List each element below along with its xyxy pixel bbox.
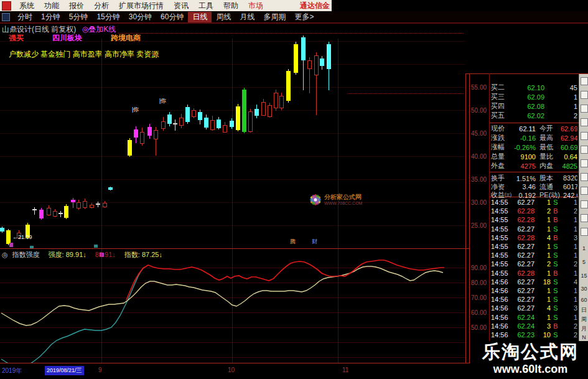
tick-row: 14:5662.241S1 <box>491 313 577 322</box>
tick-price: 62.28 <box>511 207 534 215</box>
chart-right-border-2 <box>469 73 470 363</box>
candle <box>71 200 75 202</box>
bid-price: 62.02 <box>512 112 544 119</box>
tick-row: 14:5562.271S1 <box>491 225 577 233</box>
tool-icon[interactable] <box>581 228 588 236</box>
dotted-gridline <box>118 33 464 34</box>
tick-price: 62.27 <box>511 251 534 259</box>
stat-value: 4825 <box>561 162 577 170</box>
tool-icon[interactable] <box>581 214 588 222</box>
tick-volume: 1 <box>534 243 551 250</box>
gridline <box>0 41 465 42</box>
candle-wick <box>175 119 175 131</box>
quote-panel-top-border <box>465 73 588 74</box>
tick-row: 14:5562.271S1 <box>491 198 577 207</box>
quote-panel-left-border <box>489 73 490 347</box>
tick-count: 2 <box>561 322 577 330</box>
period-quick-button[interactable]: 60 <box>579 297 588 303</box>
flower-logo-icon <box>307 192 324 208</box>
tool-icon[interactable] <box>581 146 588 154</box>
tool-icon[interactable] <box>581 105 588 113</box>
tick-flag: S <box>551 304 561 312</box>
tick-volume: 4 <box>534 234 551 241</box>
indicator-icon[interactable]: ◎ <box>2 251 8 258</box>
gridline <box>0 133 465 134</box>
bid-qty: 1 <box>544 103 577 110</box>
tool-icon[interactable] <box>581 200 588 208</box>
period-quick-button[interactable]: 15 <box>579 273 588 279</box>
center-watermark: 分析家公式网 WWW.708CC.COM <box>307 190 376 213</box>
indicator-axis-label: 80.00 <box>471 279 492 286</box>
candle <box>294 44 298 73</box>
candle <box>301 37 306 60</box>
tool-icon[interactable] <box>581 173 588 181</box>
quote-separator-1 <box>490 123 579 123</box>
tool-icon[interactable] <box>581 77 588 85</box>
tick-flag: S <box>551 225 561 233</box>
corner-watermark-url: www.60lt.com <box>473 362 588 376</box>
stat-value: 62.69 <box>561 125 577 133</box>
tick-price: 62.28 <box>511 234 534 241</box>
bid-label: 买五 <box>491 111 512 120</box>
candle <box>307 60 312 69</box>
candle-wick <box>60 211 61 217</box>
tick-flag: S <box>551 199 561 206</box>
period-quick-button[interactable]: N <box>579 334 588 340</box>
tick-count: 1 <box>561 287 577 294</box>
tick-volume: 1 <box>534 269 551 277</box>
stat-label: 总量 <box>491 152 510 161</box>
center-watermark-url: WWW.708CC.COM <box>324 201 362 205</box>
tick-count: 1 <box>561 251 577 259</box>
candle <box>96 204 100 205</box>
bid-label: 买二 <box>491 83 512 92</box>
period-quick-button[interactable]: 30 <box>579 286 588 292</box>
candle <box>204 118 208 128</box>
axis-tick-label: 11 <box>342 367 348 373</box>
panel-divider[interactable] <box>0 248 469 249</box>
gridline <box>0 64 465 65</box>
gridline <box>0 225 465 226</box>
chart-annotation: |你 <box>132 106 139 114</box>
candle <box>223 125 227 133</box>
signal-marker <box>94 245 98 248</box>
indicator-line-cyan <box>1 267 144 363</box>
tick-volume: 1 <box>534 216 551 223</box>
tick-price: 62.27 <box>511 304 534 312</box>
period-quick-button[interactable]: 1 <box>579 245 588 251</box>
candle <box>230 121 234 127</box>
indicator-chart[interactable] <box>0 249 469 363</box>
stat-label: 涨跌 <box>491 133 510 143</box>
tick-row: 14:5562.272S2 <box>491 260 577 268</box>
stat-value: 60.69 <box>561 144 577 151</box>
candle <box>53 211 57 217</box>
tool-icon[interactable] <box>581 132 588 140</box>
tick-price: 62.27 <box>511 278 534 286</box>
candle <box>314 55 319 75</box>
indicator-line-red <box>126 260 444 300</box>
tick-count: 2 <box>561 331 577 339</box>
tool-icon[interactable] <box>581 187 588 195</box>
tick-volume: 2 <box>534 260 551 268</box>
tick-time: 14:55 <box>491 269 511 277</box>
tool-icon[interactable] <box>581 159 588 167</box>
stat-value: 9100 <box>510 153 536 161</box>
stat-value: 4275 <box>510 162 536 170</box>
tick-count: 2 <box>561 207 577 215</box>
tool-icon[interactable] <box>581 118 588 126</box>
stat-value: -0.16 <box>510 134 536 142</box>
tick-time: 14:56 <box>491 296 511 303</box>
price-axis-label: 55.00 <box>471 84 492 91</box>
period-quick-button[interactable]: 5 <box>579 259 588 265</box>
period-quick-button[interactable]: 月 <box>579 325 588 333</box>
candle <box>192 110 196 117</box>
tick-row: 14:5562.282B2 <box>491 207 577 215</box>
tool-icon[interactable] <box>581 91 588 99</box>
candle <box>254 109 259 116</box>
period-quick-button[interactable]: 周 <box>579 316 588 324</box>
price-axis-label: 35.00 <box>471 176 492 183</box>
time-axis: 2019年 2019/08/21/三 91011 <box>0 363 469 377</box>
period-quick-button[interactable]: 日 <box>579 306 588 314</box>
tick-time: 14:56 <box>491 322 511 330</box>
candle <box>47 208 51 215</box>
chart-annotation: 腾 <box>290 238 296 246</box>
